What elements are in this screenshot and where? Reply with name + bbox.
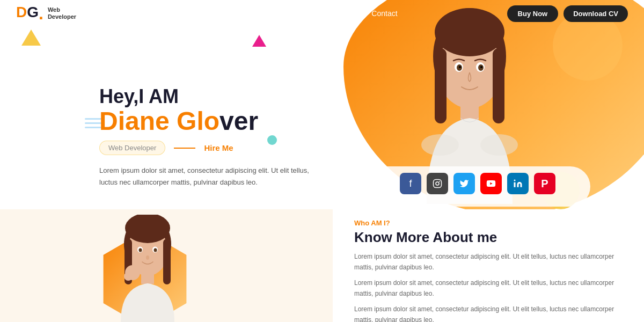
logo-g: G bbox=[27, 4, 39, 20]
svg-point-31 bbox=[124, 272, 133, 281]
logo-subtitle-line2: Developer bbox=[48, 13, 76, 20]
nav-services[interactable]: Services bbox=[255, 9, 284, 18]
instagram-icon[interactable] bbox=[427, 173, 448, 194]
about-title: Know More About me bbox=[354, 229, 623, 246]
svg-rect-3 bbox=[435, 48, 447, 123]
deco-triangle-yellow bbox=[21, 30, 41, 46]
hero-section: Hey,I AM Diane Glover Web Developer Hire… bbox=[0, 0, 644, 209]
about-para-2: Lorem ipsum dolor sit amet, consectetur … bbox=[354, 277, 623, 299]
nav-blog[interactable]: Blog bbox=[341, 9, 356, 18]
nav-projects[interactable]: Projects bbox=[299, 9, 327, 18]
hero-content: Hey,I AM Diane Glover Web Developer Hire… bbox=[99, 86, 314, 189]
about-section: Who AM I? Know More About me Lorem ipsum… bbox=[0, 209, 644, 322]
twitter-icon[interactable] bbox=[453, 173, 475, 194]
svg-point-10 bbox=[480, 66, 482, 68]
nav-buttons: Buy Now Download CV bbox=[507, 5, 628, 22]
svg-point-12 bbox=[421, 134, 459, 156]
svg-rect-29 bbox=[141, 272, 154, 284]
logo-d: D bbox=[16, 4, 27, 20]
hero-links-row: Web Developer Hire Me bbox=[99, 141, 314, 155]
svg-point-16 bbox=[439, 181, 440, 182]
logo-subtitle-line1: Web bbox=[48, 6, 76, 13]
hero-description: Lorem ipsum dolor sit amet, consectetur … bbox=[99, 165, 314, 188]
navbar: DG. Web Developer Home About Services Pr… bbox=[0, 0, 644, 27]
svg-point-28 bbox=[146, 255, 149, 260]
who-am-i-label: Who AM I? bbox=[354, 219, 623, 227]
facebook-icon[interactable]: f bbox=[400, 173, 421, 194]
web-developer-badge: Web Developer bbox=[99, 141, 165, 155]
youtube-icon[interactable] bbox=[480, 173, 502, 194]
buy-now-button[interactable]: Buy Now bbox=[507, 5, 559, 22]
about-person-image bbox=[94, 215, 201, 322]
hero-name: Diane Glover bbox=[99, 107, 314, 136]
hero-line-divider bbox=[174, 148, 195, 149]
logo-dot: . bbox=[39, 4, 43, 23]
svg-point-13 bbox=[480, 134, 518, 156]
nav-about[interactable]: About bbox=[221, 9, 240, 18]
hero-name-orange: Diane Glo bbox=[99, 107, 219, 135]
svg-rect-4 bbox=[493, 48, 504, 123]
svg-point-18 bbox=[514, 180, 516, 181]
svg-point-15 bbox=[436, 182, 439, 185]
linkedin-icon[interactable] bbox=[507, 173, 529, 194]
deco-triangle-pink bbox=[252, 35, 266, 47]
hero-name-dark: ver bbox=[219, 107, 258, 135]
hero-hey-text: Hey,I AM bbox=[99, 86, 314, 107]
nav-contact[interactable]: Contact bbox=[371, 9, 397, 18]
nav-links: Home About Services Projects Blog Contac… bbox=[186, 9, 398, 18]
about-para-1: Lorem ipsum dolor sit amet, consectetur … bbox=[354, 251, 623, 273]
svg-rect-23 bbox=[163, 239, 171, 284]
pinterest-icon[interactable]: P bbox=[534, 173, 555, 194]
svg-rect-14 bbox=[434, 180, 442, 188]
about-left bbox=[0, 209, 333, 322]
about-para-3: Lorem ipsum dolor sit amet, consectetur … bbox=[354, 304, 623, 322]
social-icons-row: f P bbox=[400, 173, 555, 194]
hire-me-link[interactable]: Hire Me bbox=[204, 143, 233, 152]
svg-point-26 bbox=[139, 248, 142, 252]
svg-point-27 bbox=[154, 248, 157, 252]
nav-home[interactable]: Home bbox=[186, 9, 206, 18]
about-right: Who AM I? Know More About me Lorem ipsum… bbox=[333, 209, 644, 322]
download-cv-button[interactable]: Download CV bbox=[564, 5, 628, 22]
svg-point-9 bbox=[459, 66, 461, 68]
logo: DG. Web Developer bbox=[16, 5, 76, 22]
